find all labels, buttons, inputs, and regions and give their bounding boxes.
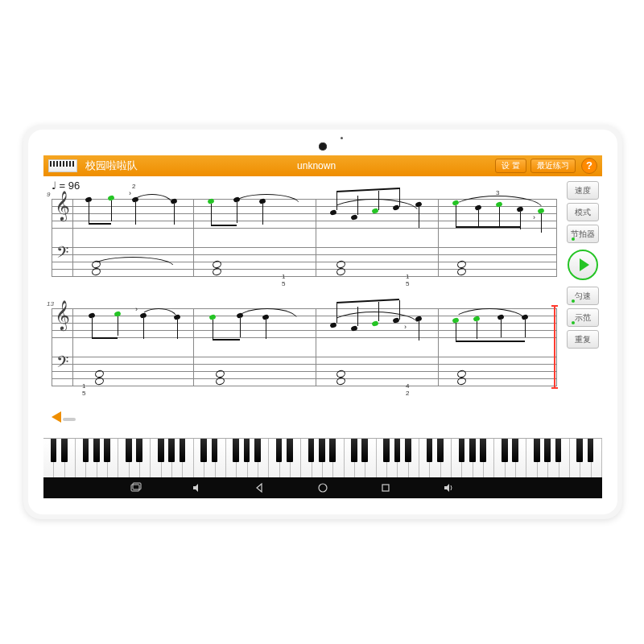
home-icon[interactable]	[317, 482, 328, 493]
speed-button[interactable]: 速度	[567, 181, 599, 200]
treble-clef-icon: 𝄞	[55, 300, 70, 330]
status-center: unknown	[138, 160, 495, 171]
black-key[interactable]	[83, 439, 89, 462]
tempo-marking: ♩ = 96	[52, 180, 80, 192]
play-icon	[580, 258, 589, 271]
bass-clef-icon: 𝄢	[56, 353, 68, 375]
black-key[interactable]	[534, 439, 540, 462]
volume-down-icon[interactable]	[192, 482, 203, 493]
recent-practice-button[interactable]: 最近练习	[530, 159, 576, 173]
black-key[interactable]	[383, 439, 390, 462]
black-key[interactable]	[469, 439, 476, 462]
demo-button[interactable]: 示范	[567, 308, 599, 327]
side-toolbar: 速度 模式 节拍器 匀速 示范 重复	[564, 176, 602, 439]
black-key[interactable]	[427, 439, 433, 462]
treble-clef-icon: 𝄞	[55, 191, 70, 221]
tablet-frame: 校园啦啦队 unknown 设 置 最近练习 ? ♩ = 96 9	[23, 125, 622, 519]
mode-button[interactable]: 模式	[567, 203, 599, 221]
black-key[interactable]	[437, 439, 444, 462]
score-view[interactable]: ♩ = 96 9 𝄞	[43, 176, 564, 439]
screen: 校园啦啦队 unknown 设 置 最近练习 ? ♩ = 96 9	[43, 155, 602, 498]
grand-staff: 𝄞 𝄢	[52, 194, 557, 284]
svg-marker-2	[193, 484, 198, 492]
svg-rect-5	[382, 485, 389, 491]
black-key[interactable]	[254, 439, 261, 462]
white-key[interactable]	[76, 439, 86, 477]
grand-staff: 𝄞 𝄢	[52, 303, 557, 394]
black-key[interactable]	[502, 439, 508, 462]
svg-marker-6	[444, 484, 449, 492]
black-key[interactable]	[276, 439, 283, 462]
measure-number: 9	[47, 191, 50, 198]
black-key[interactable]	[233, 439, 239, 462]
black-key[interactable]	[287, 439, 293, 462]
black-key[interactable]	[200, 439, 207, 462]
black-key[interactable]	[544, 439, 551, 462]
white-key[interactable]	[194, 439, 204, 477]
svg-marker-3	[257, 484, 262, 492]
song-title: 校园啦啦队	[85, 159, 138, 173]
piano-keyboard[interactable]	[43, 438, 602, 477]
active-dot-icon	[572, 321, 575, 324]
black-key[interactable]	[319, 439, 325, 462]
white-key[interactable]	[452, 439, 462, 477]
black-key[interactable]	[158, 439, 164, 462]
black-key[interactable]	[480, 439, 486, 462]
active-dot-icon	[572, 299, 575, 303]
prev-page-button[interactable]	[52, 411, 76, 426]
black-key[interactable]	[394, 439, 401, 462]
white-key[interactable]	[345, 439, 355, 477]
black-key[interactable]	[126, 439, 132, 462]
multitask-icon[interactable]	[130, 482, 142, 493]
white-key[interactable]	[226, 439, 237, 477]
black-key[interactable]	[61, 439, 68, 462]
black-key[interactable]	[405, 439, 411, 462]
black-key[interactable]	[212, 439, 218, 462]
volume-up-icon[interactable]	[443, 482, 454, 493]
tablet-bezel: 校园啦啦队 unknown 设 置 最近练习 ? ♩ = 96 9	[28, 130, 617, 514]
help-button[interactable]: ?	[581, 158, 597, 174]
black-key[interactable]	[244, 439, 250, 462]
white-key[interactable]	[526, 439, 537, 477]
title-bar: 校园啦啦队 unknown 设 置 最近练习 ?	[43, 155, 602, 176]
black-key[interactable]	[459, 439, 465, 462]
black-key[interactable]	[512, 439, 518, 462]
white-key[interactable]	[269, 439, 279, 477]
repeat-button[interactable]: 重复	[567, 330, 599, 349]
black-key[interactable]	[351, 439, 357, 462]
app-window: 校园啦啦队 unknown 设 置 最近练习 ? ♩ = 96 9	[43, 155, 602, 477]
recents-icon[interactable]	[380, 482, 391, 493]
arrow-left-icon	[52, 411, 61, 423]
svg-point-4	[319, 484, 327, 492]
black-key[interactable]	[308, 439, 315, 462]
white-key[interactable]	[43, 439, 54, 477]
black-key[interactable]	[588, 439, 594, 462]
white-key[interactable]	[118, 439, 129, 477]
black-key[interactable]	[555, 439, 562, 462]
black-key[interactable]	[361, 439, 368, 462]
uniform-speed-button[interactable]: 匀速	[567, 287, 599, 305]
white-key[interactable]	[151, 439, 161, 477]
metronome-button[interactable]: 节拍器	[567, 225, 599, 243]
front-camera-icon	[319, 142, 327, 151]
back-icon[interactable]	[254, 482, 266, 493]
play-button[interactable]	[568, 250, 598, 280]
android-navbar	[43, 477, 602, 498]
black-key[interactable]	[329, 439, 336, 462]
white-key[interactable]	[419, 439, 430, 477]
bass-clef-icon: 𝄢	[56, 244, 68, 266]
black-key[interactable]	[180, 439, 186, 462]
selection-bracket[interactable]	[554, 305, 555, 389]
white-key[interactable]	[377, 439, 387, 477]
settings-button[interactable]: 设 置	[495, 159, 526, 173]
black-key[interactable]	[93, 439, 100, 462]
white-key[interactable]	[301, 439, 312, 477]
black-key[interactable]	[104, 439, 110, 462]
white-key[interactable]	[494, 439, 505, 477]
active-dot-icon	[572, 237, 575, 241]
white-key[interactable]	[570, 439, 580, 477]
black-key[interactable]	[576, 439, 583, 462]
black-key[interactable]	[51, 439, 57, 462]
black-key[interactable]	[168, 439, 175, 462]
black-key[interactable]	[136, 439, 142, 462]
